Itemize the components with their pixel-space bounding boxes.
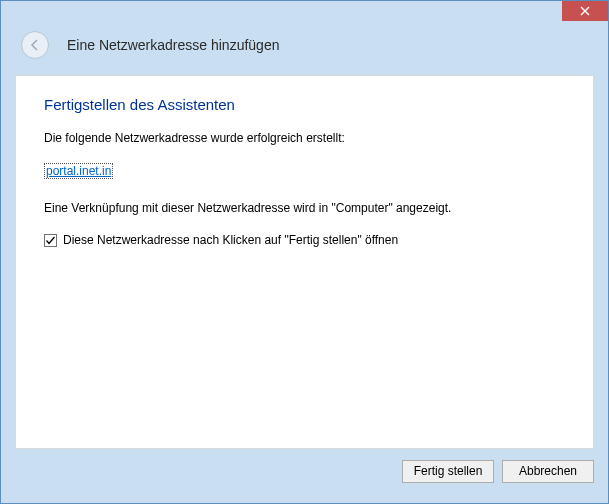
- success-text: Die folgende Netzwerkadresse wurde erfol…: [44, 131, 565, 145]
- wizard-title: Eine Netzwerkadresse hinzufügen: [67, 37, 279, 53]
- open-after-finish-row: Diese Netzwerkadresse nach Klicken auf "…: [44, 233, 565, 247]
- content-panel: Fertigstellen des Assistenten Die folgen…: [15, 75, 594, 449]
- titlebar: [1, 1, 608, 23]
- shortcut-text: Eine Verknüpfung mit dieser Netzwerkadre…: [44, 201, 565, 215]
- wizard-window: Eine Netzwerkadresse hinzufügen Fertigst…: [0, 0, 609, 504]
- header: Eine Netzwerkadresse hinzufügen: [1, 23, 608, 75]
- back-button[interactable]: [21, 31, 49, 59]
- page-heading: Fertigstellen des Assistenten: [44, 96, 565, 113]
- cancel-button[interactable]: Abbrechen: [502, 460, 594, 483]
- arrow-left-icon: [28, 38, 42, 52]
- close-icon: [580, 6, 590, 16]
- finish-button[interactable]: Fertig stellen: [402, 460, 494, 483]
- close-button[interactable]: [562, 1, 608, 21]
- footer: Fertig stellen Abbrechen: [15, 453, 594, 489]
- checkmark-icon: [45, 235, 56, 246]
- open-after-finish-checkbox[interactable]: [44, 234, 57, 247]
- open-after-finish-label: Diese Netzwerkadresse nach Klicken auf "…: [63, 233, 398, 247]
- network-address-link[interactable]: portal.inet.in: [44, 163, 113, 179]
